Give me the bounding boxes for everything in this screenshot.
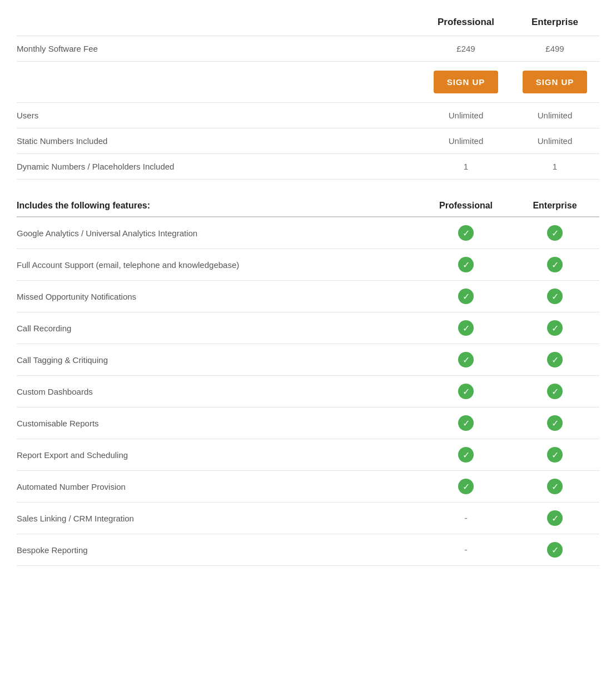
feature-pro-col: ✓ [421, 352, 510, 367]
pricing-table: Professional Enterprise Monthly Software… [17, 11, 599, 566]
check-icon: ✓ [547, 510, 563, 526]
check-icon: ✓ [458, 352, 474, 367]
features-header-enterprise: Enterprise [510, 201, 599, 211]
feature-label: Call Tagging & Critiquing [17, 355, 421, 365]
check-icon: ✓ [547, 479, 563, 494]
monthly-fee-pro: £249 [421, 44, 510, 53]
check-icon: ✓ [547, 447, 563, 463]
feature-pro-col: ✓ [421, 289, 510, 304]
static-numbers-row: Static Numbers Included Unlimited Unlimi… [17, 128, 599, 154]
feature-pro-col: ✓ [421, 384, 510, 399]
static-numbers-pro: Unlimited [421, 136, 510, 146]
feature-ent-col: ✓ [510, 352, 599, 367]
feature-label: Report Export and Scheduling [17, 450, 421, 460]
dynamic-numbers-label: Dynamic Numbers / Placeholders Included [17, 162, 421, 171]
feature-label: Missed Opportunity Notifications [17, 292, 421, 301]
signup-pro-col: SIGN UP [421, 71, 510, 93]
feature-ent-col: ✓ [510, 320, 599, 336]
users-ent: Unlimited [510, 111, 599, 120]
feature-label: Customisable Reports [17, 419, 421, 428]
feature-label: Full Account Support (email, telephone a… [17, 260, 421, 270]
features-header-label: Includes the following features: [17, 201, 421, 211]
feature-pro-col: - [421, 513, 510, 524]
check-icon: ✓ [458, 289, 474, 304]
check-icon: ✓ [547, 257, 563, 272]
feature-label: Call Recording [17, 324, 421, 333]
check-icon: ✓ [458, 479, 474, 494]
dynamic-numbers-pro: 1 [421, 162, 510, 171]
feature-label: Google Analytics / Universal Analytics I… [17, 228, 421, 238]
feature-pro-col: ✓ [421, 320, 510, 336]
feature-row: Customisable Reports✓✓ [17, 407, 599, 439]
check-icon: ✓ [458, 447, 474, 463]
feature-pro-col: ✓ [421, 479, 510, 494]
feature-row: Bespoke Reporting-✓ [17, 534, 599, 566]
header-enterprise: Enterprise [510, 17, 599, 28]
feature-ent-col: ✓ [510, 384, 599, 399]
dash-icon: - [464, 544, 468, 555]
feature-ent-col: ✓ [510, 542, 599, 558]
feature-row: Full Account Support (email, telephone a… [17, 249, 599, 281]
feature-label: Bespoke Reporting [17, 545, 421, 555]
feature-label: Automated Number Provision [17, 482, 421, 491]
feature-pro-col: ✓ [421, 415, 510, 431]
static-numbers-ent: Unlimited [510, 136, 599, 146]
users-label: Users [17, 111, 421, 120]
feature-pro-col: - [421, 544, 510, 556]
check-icon: ✓ [458, 257, 474, 272]
features-header-professional: Professional [421, 201, 510, 211]
check-icon: ✓ [547, 320, 563, 336]
signup-row: SIGN UP SIGN UP [17, 62, 599, 103]
monthly-fee-row: Monthly Software Fee £249 £499 [17, 36, 599, 62]
feature-row: Custom Dashboards✓✓ [17, 376, 599, 407]
feature-row: Missed Opportunity Notifications✓✓ [17, 281, 599, 312]
users-row: Users Unlimited Unlimited [17, 103, 599, 128]
monthly-fee-label: Monthly Software Fee [17, 44, 421, 53]
feature-row: Sales Linking / CRM Integration-✓ [17, 503, 599, 534]
feature-label: Sales Linking / CRM Integration [17, 514, 421, 523]
dynamic-numbers-row: Dynamic Numbers / Placeholders Included … [17, 154, 599, 180]
feature-ent-col: ✓ [510, 510, 599, 526]
check-icon: ✓ [458, 320, 474, 336]
feature-row: Google Analytics / Universal Analytics I… [17, 217, 599, 249]
check-icon: ✓ [547, 415, 563, 431]
feature-ent-col: ✓ [510, 225, 599, 241]
monthly-fee-ent: £499 [510, 44, 599, 53]
signup-pro-button[interactable]: SIGN UP [434, 71, 499, 93]
dynamic-numbers-ent: 1 [510, 162, 599, 171]
feature-label: Custom Dashboards [17, 387, 421, 396]
feature-row: Report Export and Scheduling✓✓ [17, 439, 599, 471]
feature-ent-col: ✓ [510, 415, 599, 431]
check-icon: ✓ [458, 415, 474, 431]
signup-ent-col: SIGN UP [510, 71, 599, 93]
feature-ent-col: ✓ [510, 289, 599, 304]
feature-ent-col: ✓ [510, 257, 599, 272]
dash-icon: - [464, 513, 468, 524]
features-header-row: Includes the following features: Profess… [17, 185, 599, 217]
features-container: Google Analytics / Universal Analytics I… [17, 217, 599, 566]
feature-pro-col: ✓ [421, 225, 510, 241]
check-icon: ✓ [547, 225, 563, 241]
check-icon: ✓ [458, 225, 474, 241]
check-icon: ✓ [547, 289, 563, 304]
feature-row: Call Recording✓✓ [17, 312, 599, 344]
check-icon: ✓ [547, 542, 563, 558]
static-numbers-label: Static Numbers Included [17, 136, 421, 146]
feature-row: Automated Number Provision✓✓ [17, 471, 599, 503]
feature-pro-col: ✓ [421, 447, 510, 463]
feature-ent-col: ✓ [510, 447, 599, 463]
users-pro: Unlimited [421, 111, 510, 120]
check-icon: ✓ [547, 352, 563, 367]
check-icon: ✓ [547, 384, 563, 399]
feature-pro-col: ✓ [421, 257, 510, 272]
header-professional: Professional [421, 17, 510, 28]
header-row: Professional Enterprise [17, 11, 599, 36]
signup-ent-button[interactable]: SIGN UP [523, 71, 588, 93]
check-icon: ✓ [458, 384, 474, 399]
feature-row: Call Tagging & Critiquing✓✓ [17, 344, 599, 376]
feature-ent-col: ✓ [510, 479, 599, 494]
